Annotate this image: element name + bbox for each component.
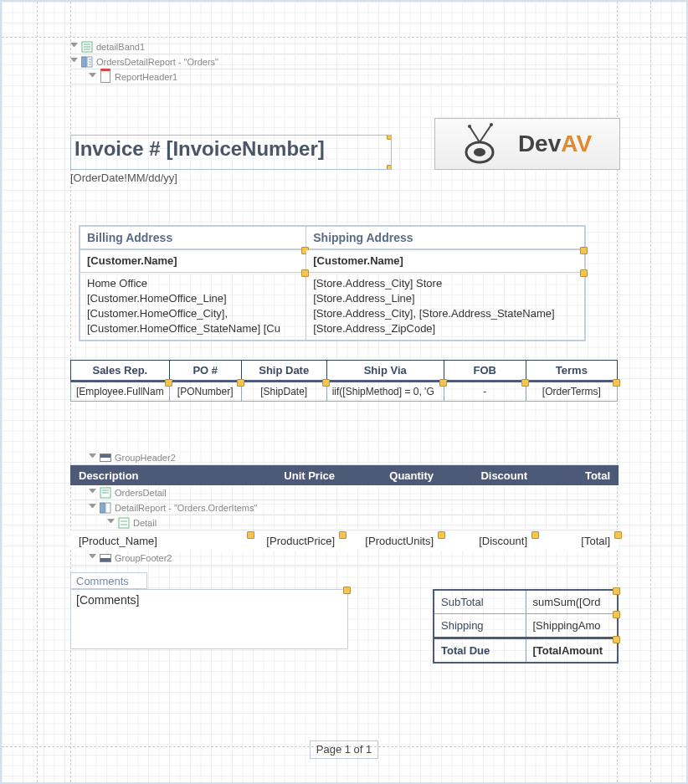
invoice-title-field[interactable]: Invoice # [InvoiceNumber] [70, 135, 392, 170]
band-detail[interactable]: Detail [70, 515, 619, 530]
detail-header-row[interactable]: Description Unit Price Quantity Discount… [70, 465, 619, 485]
band-groupheader2[interactable]: GroupHeader2 [70, 450, 619, 465]
expander-icon[interactable] [89, 504, 96, 511]
resize-handle[interactable] [614, 531, 622, 539]
band-label: DetailReport - "Orders.OrderItems" [115, 503, 257, 513]
band-ordersdetailreport[interactable]: OrdersDetailReport - "Orders" [70, 54, 619, 69]
cell-text: [Product_Name] [79, 535, 157, 547]
resize-handle[interactable] [613, 611, 620, 618]
expander-icon[interactable] [70, 58, 78, 65]
cell-price[interactable]: [ProductPrice] [251, 535, 343, 547]
resize-handle[interactable] [613, 636, 620, 643]
cell-product-name[interactable]: [Product_Name] [70, 535, 251, 547]
cell-text: [TotalAmount [533, 644, 603, 657]
col-price-h: Unit Price [251, 469, 343, 482]
cell-fob[interactable]: - [444, 382, 526, 402]
summary-table[interactable]: SubTotal sumSum([Ord Shipping [ShippingA… [433, 589, 619, 664]
shipping-value[interactable]: [ShippingAmo [526, 614, 618, 638]
resize-handle[interactable] [580, 247, 588, 254]
cell-total[interactable]: [Total] [536, 535, 619, 547]
expander-icon[interactable] [70, 43, 78, 50]
subreport-icon [100, 502, 111, 514]
billing-line: [Customer.HomeOffice_Line] [87, 291, 299, 306]
svg-point-13 [468, 125, 471, 128]
resize-handle[interactable] [343, 587, 351, 594]
shipping-name-text: [Customer.Name] [313, 254, 403, 267]
resize-handle[interactable] [580, 269, 588, 277]
cell-text: [ShippingAmo [533, 619, 601, 632]
cell-shipvia[interactable]: iif([ShipMethod] = 0, 'G [326, 382, 444, 402]
logo-text-2: AV [561, 131, 592, 156]
cell-text: [Total] [581, 535, 610, 547]
shipping-label: Shipping [434, 614, 526, 638]
billing-line: [Customer.HomeOffice_City], [87, 306, 299, 321]
band-reportheader1[interactable]: ReportHeader1 [70, 69, 619, 85]
col-fob-h: FOB [444, 361, 526, 382]
resize-handle[interactable] [387, 135, 392, 140]
page-number-field[interactable]: Page 1 of 1 [310, 740, 378, 759]
svg-line-11 [470, 126, 480, 142]
order-date-field[interactable]: [OrderDate!MM/dd/yy] [70, 172, 177, 184]
address-table[interactable]: Billing Address Shipping Address [Custom… [79, 225, 586, 341]
shipping-header: Shipping Address [306, 226, 585, 249]
cell-qty[interactable]: [ProductUnits] [343, 535, 442, 547]
resize-handle[interactable] [613, 379, 620, 387]
cell-text: [OrderTerms] [542, 386, 601, 397]
subtotal-value[interactable]: sumSum([Ord [526, 590, 618, 614]
band-label: GroupFooter2 [115, 553, 172, 563]
billing-lines[interactable]: Home Office [Customer.HomeOffice_Line] [… [80, 273, 306, 341]
cell-text: [Employee.FullNam [76, 386, 164, 397]
comments-field[interactable]: [Comments] [70, 589, 348, 649]
billing-header: Billing Address [80, 226, 306, 249]
expander-icon[interactable] [89, 73, 96, 80]
resize-handle[interactable] [613, 587, 620, 595]
band-ordersdetail[interactable]: OrdersDetail [70, 485, 619, 500]
svg-point-10 [474, 148, 485, 156]
resize-handle[interactable] [387, 165, 392, 170]
band-label: OrdersDetail [115, 488, 167, 498]
band-icon [100, 487, 111, 499]
svg-point-14 [490, 123, 493, 126]
shipping-name[interactable]: [Customer.Name] [306, 249, 585, 273]
cell-disc[interactable]: [Discount] [442, 535, 536, 547]
band-groupfooter2[interactable]: GroupFooter2 [70, 551, 619, 566]
col-qty-h: Quantity [343, 469, 442, 482]
totaldue-value[interactable]: [TotalAmount [526, 638, 618, 664]
cell-shipdate[interactable]: [ShipDate] [241, 382, 326, 402]
devav-logo-icon [463, 123, 513, 165]
cell-po[interactable]: [PONumber] [169, 382, 241, 402]
totaldue-label: Total Due [434, 638, 526, 664]
cell-salesrep[interactable]: [Employee.FullNam [71, 382, 170, 402]
cell-text: - [483, 386, 486, 397]
comments-label[interactable]: Comments [70, 572, 147, 589]
expander-icon[interactable] [89, 554, 96, 561]
expander-icon[interactable] [107, 519, 115, 526]
band-detailreport[interactable]: DetailReport - "Orders.OrderItems" [70, 500, 619, 515]
svg-rect-20 [119, 518, 129, 528]
shipping-lines[interactable]: [Store.Address_City] Store [Store.Addres… [306, 273, 585, 341]
detail-data-row[interactable]: [Product_Name] [ProductPrice] [ProductUn… [70, 530, 619, 551]
order-info-table[interactable]: Sales Rep. PO # Ship Date Ship Via FOB T… [70, 360, 618, 402]
svg-rect-18 [100, 503, 105, 513]
logo-image[interactable]: DevAV [434, 118, 620, 170]
svg-rect-19 [105, 503, 110, 513]
shipping-line: [Store.Address_Line] [313, 291, 578, 306]
groupfooter-icon [100, 552, 111, 564]
col-desc-h: Description [70, 469, 251, 482]
col-po-h: PO # [169, 361, 241, 382]
billing-name[interactable]: [Customer.Name] [80, 249, 306, 273]
cell-terms[interactable]: [OrderTerms] [526, 382, 617, 402]
expander-icon[interactable] [89, 489, 96, 496]
margin-guide-left [37, 2, 38, 782]
svg-line-12 [480, 125, 491, 142]
report-header-icon [100, 71, 111, 83]
band-detailband1[interactable]: detailBand1 [70, 39, 619, 54]
subreport-icon [81, 56, 93, 68]
logo-text-1: Dev [518, 131, 561, 156]
cell-text: [PONumber] [177, 386, 234, 397]
expander-icon[interactable] [89, 453, 96, 461]
col-disc-h: Discount [442, 469, 536, 482]
cell-text: [ProductUnits] [365, 535, 434, 547]
invoice-title-text: Invoice # [InvoiceNumber] [74, 137, 325, 160]
billing-line: [Customer.HomeOffice_StateName] [Cu [87, 321, 299, 336]
